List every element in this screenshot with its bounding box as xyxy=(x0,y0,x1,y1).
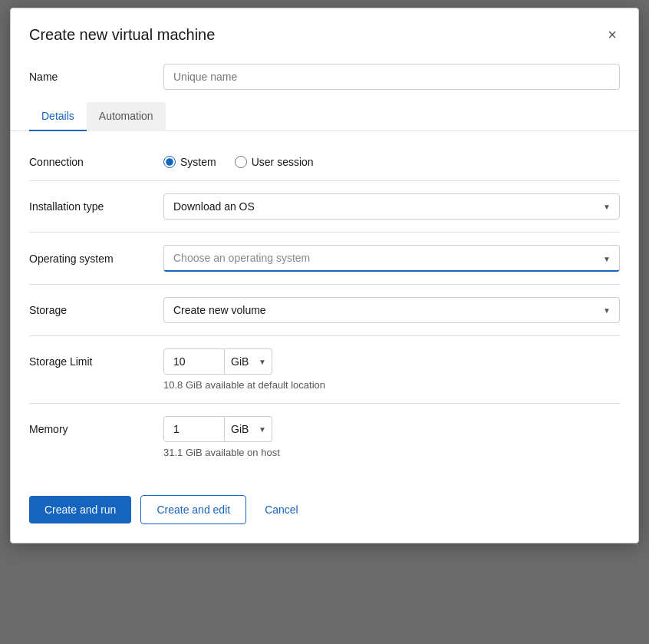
create-and-edit-button[interactable]: Create and edit xyxy=(140,495,246,524)
storage-row: Storage Create new volume Select or crea… xyxy=(29,285,620,335)
memory-input-group: MiB GiB TiB xyxy=(163,416,272,442)
memory-unit-select[interactable]: MiB GiB TiB xyxy=(225,416,272,442)
storage-limit-unit-wrapper: MiB GiB TiB xyxy=(225,348,272,375)
storage-limit-hint: 10.8 GiB available at default location xyxy=(163,379,620,391)
operating-system-select-wrapper: Choose an operating system xyxy=(163,245,620,272)
memory-label: Memory xyxy=(29,423,163,435)
operating-system-label: Operating system xyxy=(29,253,163,265)
connection-label: Connection xyxy=(29,156,163,168)
installation-type-row: Installation type Download an OS Local I… xyxy=(29,181,620,232)
radio-user-session-label: User session xyxy=(252,156,314,168)
memory-unit-wrapper: MiB GiB TiB xyxy=(225,416,272,442)
create-and-run-button[interactable]: Create and run xyxy=(29,496,131,523)
storage-select-wrapper: Create new volume Select or create custo… xyxy=(163,297,620,323)
dialog-body: Connection System User session Installat… xyxy=(11,131,638,489)
storage-label: Storage xyxy=(29,304,163,316)
installation-type-select-wrapper: Download an OS Local ISO image PXE boot … xyxy=(163,193,620,220)
dialog-footer: Create and run Create and edit Cancel xyxy=(11,489,638,543)
storage-limit-unit-select[interactable]: MiB GiB TiB xyxy=(225,348,272,375)
create-vm-dialog: Create new virtual machine × Name Detail… xyxy=(10,8,639,543)
connection-row: Connection System User session xyxy=(29,144,620,180)
radio-user-session[interactable]: User session xyxy=(235,156,314,168)
dialog-header: Create new virtual machine × xyxy=(11,8,638,58)
dialog-title: Create new virtual machine xyxy=(29,26,215,44)
storage-limit-label: Storage Limit xyxy=(29,355,163,368)
storage-limit-input-group: MiB GiB TiB xyxy=(163,348,272,375)
tab-automation[interactable]: Automation xyxy=(87,102,166,131)
tabs-bar: Details Automation xyxy=(11,102,638,131)
name-input[interactable] xyxy=(163,64,620,90)
installation-type-label: Installation type xyxy=(29,200,163,213)
name-label: Name xyxy=(29,71,163,83)
radio-user-session-input[interactable] xyxy=(235,156,247,168)
memory-hint: 31.1 GiB available on host xyxy=(163,447,620,458)
storage-limit-input[interactable] xyxy=(163,348,225,375)
operating-system-select[interactable]: Choose an operating system xyxy=(163,245,620,272)
cancel-button[interactable]: Cancel xyxy=(255,496,308,523)
memory-inner: Memory MiB GiB TiB xyxy=(29,416,620,442)
memory-row: Memory MiB GiB TiB 31.1 GiB available on… xyxy=(29,404,620,471)
storage-limit-inner: Storage Limit MiB GiB TiB xyxy=(29,348,620,375)
name-row: Name xyxy=(11,58,638,102)
operating-system-row: Operating system Choose an operating sys… xyxy=(29,233,620,284)
installation-type-select[interactable]: Download an OS Local ISO image PXE boot … xyxy=(163,193,620,220)
radio-system[interactable]: System xyxy=(163,156,216,168)
storage-select[interactable]: Create new volume Select or create custo… xyxy=(163,297,620,323)
storage-limit-row: Storage Limit MiB GiB TiB 10.8 GiB avail… xyxy=(29,336,620,403)
memory-input[interactable] xyxy=(163,416,225,442)
tab-details[interactable]: Details xyxy=(29,102,87,131)
connection-radio-group: System User session xyxy=(163,156,620,168)
radio-system-label: System xyxy=(180,156,216,168)
radio-system-input[interactable] xyxy=(163,156,176,168)
close-button[interactable]: × xyxy=(605,24,620,45)
